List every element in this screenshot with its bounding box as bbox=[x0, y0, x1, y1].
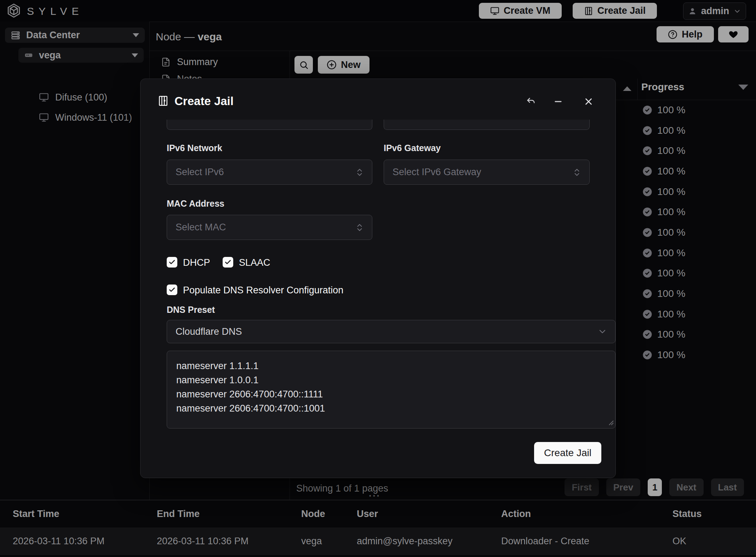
ipv6-network-select[interactable]: Select IPv6 bbox=[167, 160, 372, 185]
mac-address-label: MAC Address bbox=[167, 199, 224, 209]
chevrons-up-down-icon bbox=[355, 223, 364, 232]
app-root: SYLVE Create VM Create Jail admin bbox=[0, 0, 756, 557]
chevrons-up-down-icon bbox=[572, 168, 582, 177]
clipped-input[interactable] bbox=[384, 120, 590, 130]
close-icon[interactable] bbox=[583, 96, 594, 107]
resolv-conf-textarea[interactable] bbox=[167, 351, 615, 429]
check-icon bbox=[224, 259, 231, 266]
dns-preset-value: Cloudflare DNS bbox=[176, 326, 242, 337]
chevron-down-icon bbox=[597, 327, 607, 337]
chevrons-up-down-icon bbox=[355, 168, 364, 177]
resize-handle-icon[interactable] bbox=[606, 418, 614, 426]
slaac-checkbox[interactable] bbox=[223, 257, 233, 268]
reset-icon[interactable] bbox=[526, 97, 536, 107]
mac-placeholder: Select MAC bbox=[176, 222, 226, 233]
slaac-label: SLAAC bbox=[239, 257, 270, 268]
dhcp-label: DHCP bbox=[183, 257, 210, 268]
check-icon bbox=[168, 259, 176, 266]
clipped-input[interactable] bbox=[167, 120, 372, 130]
mac-select[interactable]: Select MAC bbox=[167, 215, 372, 240]
minimize-icon[interactable] bbox=[553, 97, 563, 107]
ipv6-gateway-placeholder: Select IPv6 Gateway bbox=[393, 167, 481, 178]
modal-create-jail-button[interactable]: Create Jail bbox=[534, 442, 601, 464]
ipv6-network-label: IPv6 Network bbox=[167, 143, 222, 153]
jail-icon bbox=[158, 95, 169, 107]
create-jail-modal: Create Jail IPv6 Network IPv6 Gateway Se… bbox=[140, 79, 616, 478]
populate-dns-checkbox[interactable] bbox=[167, 285, 177, 295]
dns-preset-select[interactable]: Cloudflare DNS bbox=[167, 320, 615, 343]
dns-preset-label: DNS Preset bbox=[167, 305, 215, 315]
ipv6-gateway-select[interactable]: Select IPv6 Gateway bbox=[384, 160, 590, 185]
modal-title: Create Jail bbox=[174, 94, 234, 108]
dhcp-checkbox[interactable] bbox=[167, 257, 177, 268]
ipv6-network-placeholder: Select IPv6 bbox=[176, 167, 224, 178]
ipv6-gateway-label: IPv6 Gateway bbox=[384, 143, 441, 153]
populate-dns-label: Populate DNS Resolver Configuration bbox=[183, 285, 343, 296]
check-icon bbox=[168, 286, 176, 293]
